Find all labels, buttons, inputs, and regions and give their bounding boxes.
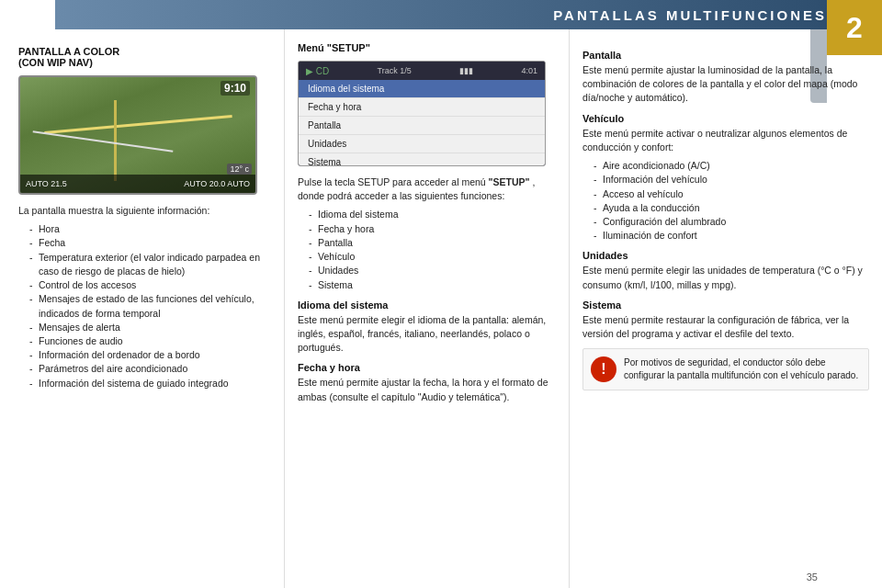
- header-title: PANTALLAS MULTIFUNCIONES: [553, 7, 827, 23]
- warning-icon: !: [591, 356, 616, 382]
- setup-intro: Pulse la tecla SETUP para acceder al men…: [298, 175, 556, 203]
- fecha-title: Fecha y hora: [298, 362, 556, 373]
- list-item: Información del ordenador de a bordo: [29, 348, 267, 362]
- nav-temp: 12° c: [227, 164, 252, 175]
- main-content: PANTALLA A COLOR(CON WIP NAV) 9:10 12° c…: [0, 29, 882, 588]
- setup-screen: ▶ CD Track 1/5 ▮▮▮ 4:01 Idioma del siste…: [298, 61, 546, 166]
- idioma-title: Idioma del sistema: [298, 300, 556, 311]
- left-intro-text: La pantalla muestra la siguiente informa…: [18, 204, 267, 218]
- nav-time: 9:10: [220, 81, 250, 96]
- function-item: Vehículo: [309, 250, 556, 264]
- setup-menu-list: Idioma del sistema Fecha y hora Pantalla…: [299, 80, 545, 166]
- sistema-title: Sistema: [582, 300, 869, 311]
- vehiculo-intro: Este menú permite activar o neutralizar …: [582, 127, 869, 154]
- left-section-title: PANTALLA A COLOR(CON WIP NAV): [18, 46, 267, 68]
- list-item: Información del sistema de guiado integr…: [29, 377, 267, 390]
- menu-item-sistema[interactable]: Sistema: [299, 153, 545, 166]
- nav-bottom-left: AUTO 21.5: [26, 179, 67, 188]
- right-column: Pantalla Este menú permite ajustar la lu…: [570, 29, 882, 588]
- function-list: Idioma del sistema Fecha y hora Pantalla…: [298, 208, 556, 291]
- eq-icon: ▮▮▮: [459, 66, 473, 75]
- fecha-text: Este menú permite ajustar la fecha, la h…: [298, 376, 556, 403]
- list-item: Funciones de audio: [29, 334, 267, 348]
- list-item: Mensajes de alerta: [29, 321, 267, 334]
- menu-title: Menú "SETUP": [298, 42, 556, 53]
- list-item: Temperatura exterior (el valor indicado …: [29, 251, 267, 278]
- vehiculo-list: Aire acondicionado (A/C) Información del…: [582, 159, 869, 243]
- list-item: Control de los accesos: [29, 278, 267, 292]
- pantalla-title: Pantalla: [582, 50, 869, 61]
- function-item: Idioma del sistema: [309, 208, 556, 221]
- function-item: Fecha y hora: [309, 222, 556, 236]
- unidades-text: Este menú permite elegir las unidades de…: [582, 264, 869, 291]
- vehiculo-item: Ayuda a la conducción: [594, 201, 869, 215]
- track-info: Track 1/5: [378, 66, 412, 75]
- unidades-title: Unidades: [582, 250, 869, 261]
- header: PANTALLAS MULTIFUNCIONES: [55, 0, 882, 29]
- function-item: Unidades: [309, 264, 556, 277]
- mid-column: Menú "SETUP" ▶ CD Track 1/5 ▮▮▮ 4:01 Idi…: [285, 29, 570, 588]
- menu-item-unidades[interactable]: Unidades: [299, 135, 545, 153]
- features-list: Hora Fecha Temperatura exterior (el valo…: [18, 222, 267, 390]
- nav-screen: 9:10 12° c AUTO 21.5 AUTO 20.0 AUTO: [18, 75, 257, 195]
- menu-item-fecha[interactable]: Fecha y hora: [299, 98, 545, 117]
- function-item: Pantalla: [309, 236, 556, 250]
- nav-bottom-bar: AUTO 21.5 AUTO 20.0 AUTO: [20, 175, 255, 193]
- list-item: Hora: [29, 222, 267, 236]
- setup-bold: "SETUP": [489, 176, 530, 187]
- vehiculo-item: Aire acondicionado (A/C): [594, 159, 869, 173]
- list-item: Mensajes de estado de las funciones del …: [29, 292, 267, 320]
- sistema-text: Este menú permite restaurar la configura…: [582, 313, 869, 341]
- nav-bottom-center: AUTO 20.0 AUTO: [184, 179, 250, 188]
- list-item: Fecha: [29, 236, 267, 250]
- road-2: [114, 100, 117, 181]
- pantalla-text: Este menú permite ajustar la luminosidad…: [582, 63, 869, 106]
- cd-icon: ▶ CD: [306, 66, 329, 76]
- vehiculo-item: Configuración del alumbrado: [594, 215, 869, 229]
- function-item: Sistema: [309, 278, 556, 292]
- warning-box: ! Por motivos de seguridad, el conductor…: [582, 348, 869, 390]
- vehiculo-title: Vehículo: [582, 113, 869, 124]
- idioma-text: Este menú permite elegir el idioma de la…: [298, 313, 556, 356]
- left-column: PANTALLA A COLOR(CON WIP NAV) 9:10 12° c…: [0, 29, 285, 588]
- vehiculo-item: Iluminación de confort: [594, 229, 869, 243]
- warning-text: Por motivos de seguridad, el conductor s…: [624, 356, 861, 382]
- vehiculo-item: Información del vehículo: [594, 173, 869, 187]
- list-item: Parámetros del aire acondicionado: [29, 362, 267, 376]
- vehiculo-item: Acceso al vehículo: [594, 187, 869, 201]
- menu-item-pantalla[interactable]: Pantalla: [299, 117, 545, 135]
- setup-top-bar: ▶ CD Track 1/5 ▮▮▮ 4:01: [299, 62, 545, 80]
- time-info: 4:01: [521, 66, 537, 75]
- page-number: 35: [807, 571, 818, 582]
- menu-item-idioma[interactable]: Idioma del sistema: [299, 80, 545, 98]
